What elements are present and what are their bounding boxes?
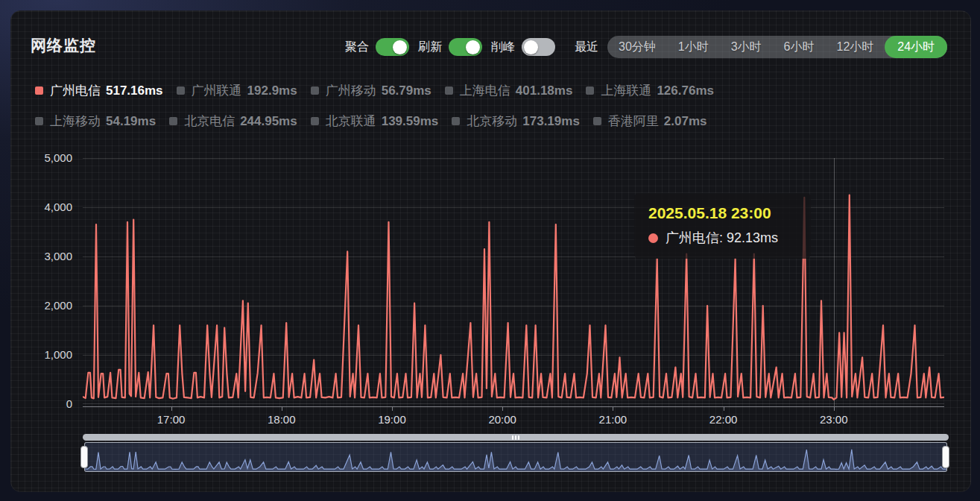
legend-row: 广州电信517.16ms广州联通192.9ms广州移动56.79ms上海电信40… xyxy=(35,82,714,99)
toggle-knob-icon xyxy=(466,40,480,54)
legend-name: 香港阿里 xyxy=(608,113,659,130)
legend-item[interactable]: 北京移动173.19ms xyxy=(452,113,580,130)
zoom-preview[interactable] xyxy=(84,442,947,472)
legend-item[interactable]: 北京电信244.95ms xyxy=(169,113,297,130)
x-axis-tick xyxy=(834,407,835,411)
zoom-scrollbar[interactable] xyxy=(83,434,949,441)
x-axis-label: 20:00 xyxy=(476,413,528,426)
legend-name: 广州移动 xyxy=(326,82,376,99)
x-axis-label: 23:00 xyxy=(808,413,860,426)
toggle-switch[interactable] xyxy=(376,38,409,56)
range-option[interactable]: 30分钟 xyxy=(607,36,667,58)
range-option[interactable]: 24小时 xyxy=(885,36,947,58)
legend-marker-icon xyxy=(177,86,185,95)
tooltip-row: 广州电信: 92.13ms xyxy=(648,229,811,247)
legend-name: 北京联通 xyxy=(326,113,376,130)
tooltip-title: 2025.05.18 23:00 xyxy=(648,204,811,222)
legend-value: 54.19ms xyxy=(106,114,156,129)
toggle-group: 聚合刷新削峰 xyxy=(345,38,555,56)
legend-item[interactable]: 广州联通192.9ms xyxy=(177,82,297,99)
range-option[interactable]: 1小时 xyxy=(667,36,720,58)
x-axis-tick xyxy=(171,407,172,411)
legend-marker-icon xyxy=(586,86,594,95)
legend-item[interactable]: 上海电信401.18ms xyxy=(445,82,573,99)
legend-item[interactable]: 上海联通126.76ms xyxy=(586,82,714,99)
y-axis-label: 1,000 xyxy=(20,348,72,361)
series-line-svg[interactable] xyxy=(83,158,944,404)
legend-name: 上海联通 xyxy=(601,82,651,99)
legend-marker-icon xyxy=(169,117,177,125)
x-axis-tick xyxy=(502,407,503,411)
range-option[interactable]: 12小时 xyxy=(826,36,885,58)
series-marker-dot xyxy=(648,233,658,243)
legend-row: 上海移动54.19ms北京电信244.95ms北京联通139.59ms北京移动1… xyxy=(35,113,707,130)
x-axis-tick xyxy=(392,407,393,411)
legend-marker-icon xyxy=(452,117,460,125)
x-axis-label: 22:00 xyxy=(698,413,750,426)
x-axis-label: 19:00 xyxy=(366,413,418,426)
toggle-label: 刷新 xyxy=(418,40,442,55)
legend-name: 广州联通 xyxy=(192,82,242,99)
toggle-knob-icon xyxy=(393,40,407,54)
legend-value: 173.19ms xyxy=(522,114,580,129)
legend-value: 192.9ms xyxy=(247,84,297,98)
legend-marker-icon xyxy=(445,86,453,95)
chart-tooltip: 2025.05.18 23:00 广州电信: 92.13ms xyxy=(634,193,811,259)
mini-chart-svg xyxy=(85,443,946,471)
legend-value: 517.16ms xyxy=(106,84,163,98)
legend-name: 上海电信 xyxy=(460,82,510,99)
network-monitor-panel: 网络监控 聚合刷新削峰 最近 30分钟1小时3小时6小时12小时24小时 广州电… xyxy=(10,10,971,492)
tooltip-text: 广州电信: 92.13ms xyxy=(666,229,778,247)
x-axis-label: 17:00 xyxy=(145,413,197,426)
y-axis-label: 5,000 xyxy=(20,151,72,164)
legend-value: 126.76ms xyxy=(657,84,714,98)
toggle-knob-icon xyxy=(524,40,538,54)
legend-value: 401.18ms xyxy=(516,84,573,98)
y-axis: 01,0002,0003,0004,0005,000 xyxy=(20,11,72,491)
toggle-switch[interactable] xyxy=(522,38,555,56)
legend-marker-icon xyxy=(311,86,319,95)
legend-value: 56.79ms xyxy=(382,84,431,98)
x-axis-tick xyxy=(724,407,724,411)
legend-marker-icon xyxy=(593,117,601,125)
x-axis-tick xyxy=(282,407,282,411)
x-axis-tick xyxy=(613,407,613,411)
legend-value: 244.95ms xyxy=(240,114,297,129)
toggle-switch[interactable] xyxy=(449,38,482,56)
toggle-item: 削峰 xyxy=(491,38,555,56)
legend-item[interactable]: 广州移动56.79ms xyxy=(311,82,431,99)
x-axis-line xyxy=(83,406,944,407)
x-axis-label: 21:00 xyxy=(587,413,639,426)
y-axis-label: 4,000 xyxy=(20,201,72,213)
x-axis-label: 18:00 xyxy=(256,413,308,426)
toggle-label: 聚合 xyxy=(345,40,369,55)
toggle-item: 刷新 xyxy=(418,38,482,56)
legend-value: 139.59ms xyxy=(382,114,439,129)
legend-name: 北京电信 xyxy=(184,113,235,130)
y-axis-label: 2,000 xyxy=(20,299,72,312)
zoom-handle-right[interactable] xyxy=(942,446,949,468)
legend-item[interactable]: 香港阿里2.07ms xyxy=(593,113,707,130)
legend-marker-icon xyxy=(311,117,319,125)
zoom-handle-left[interactable] xyxy=(80,446,88,468)
range-label: 最近 xyxy=(575,40,598,55)
range-option[interactable]: 3小时 xyxy=(720,36,773,58)
toggle-item: 聚合 xyxy=(345,38,409,56)
controls-bar: 聚合刷新削峰 最近 30分钟1小时3小时6小时12小时24小时 xyxy=(345,36,947,58)
y-axis-label: 0 xyxy=(20,397,72,410)
legend-item[interactable]: 北京联通139.59ms xyxy=(311,113,439,130)
legend-value: 2.07ms xyxy=(664,114,707,129)
toggle-label: 削峰 xyxy=(491,40,515,55)
scrollbar-grip-icon[interactable] xyxy=(512,435,519,440)
time-range-selector: 30分钟1小时3小时6小时12小时24小时 xyxy=(607,36,947,58)
legend-name: 北京移动 xyxy=(467,113,517,130)
y-axis-label: 3,000 xyxy=(20,250,72,262)
range-option[interactable]: 6小时 xyxy=(773,36,826,58)
